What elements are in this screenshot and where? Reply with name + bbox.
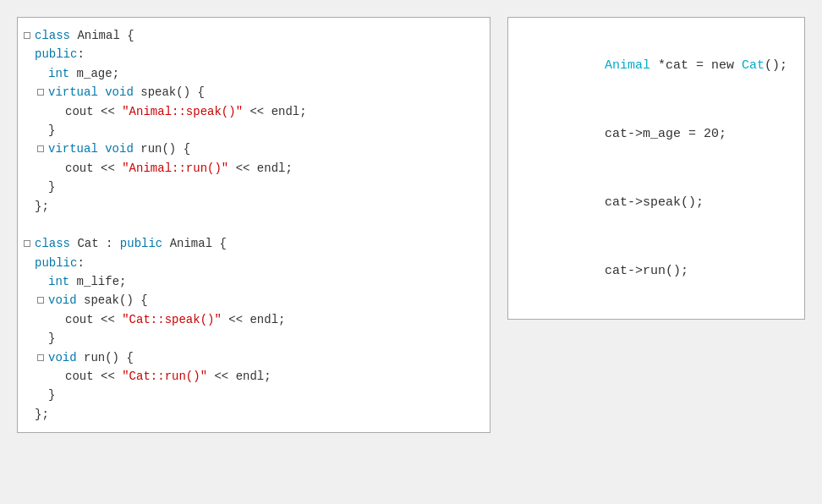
right-code-line: cat->run(); (525, 237, 787, 305)
line-content: int m_life; (48, 272, 126, 291)
line-content: } (48, 121, 55, 140)
gutter-marker (35, 145, 47, 152)
gutter-marker (21, 240, 33, 247)
line-content: } (48, 329, 55, 348)
line-content: cout << "Cat::speak()" << endl; (65, 310, 285, 329)
code-line: cout << "Cat::run()" << endl; (18, 367, 481, 386)
right-code-line: cat->m_age = 20; (525, 100, 787, 168)
code-line: class Animal { (18, 26, 481, 45)
line-content: public: (35, 254, 85, 272)
line-content: Animal *cat = new Cat(); (529, 31, 787, 100)
code-line: class Cat : public Animal { (18, 234, 481, 253)
line-content: cat->m_age = 20; (529, 100, 726, 168)
right-code-panel: Animal *cat = new Cat(); cat->m_age = 20… (507, 17, 805, 320)
code-line: } (18, 386, 481, 404)
line-content: int m_age; (48, 64, 119, 83)
code-line: }; (18, 197, 481, 216)
line-content: }; (35, 197, 49, 216)
code-line: int m_life; (18, 272, 481, 291)
code-line: int m_age; (18, 64, 481, 83)
left-code-panel: class Animal { public: int m_age; virtua… (17, 17, 490, 433)
line-content: } (48, 386, 55, 404)
line-content: class Animal { (35, 26, 134, 45)
line-content: cout << "Animal::run()" << endl; (65, 159, 293, 178)
code-line: } (18, 121, 481, 140)
code-line: virtual void speak() { (18, 83, 481, 101)
line-content: class Cat : public Animal { (35, 234, 227, 253)
code-line: }; (18, 405, 481, 424)
right-code-line: cat->speak(); (525, 168, 787, 237)
code-line: } (18, 329, 481, 348)
code-line: } (18, 178, 481, 196)
gutter-marker (21, 32, 33, 39)
gutter-marker (35, 354, 47, 361)
line-content: cout << "Cat::run()" << endl; (65, 367, 271, 386)
code-block-right: Animal *cat = new Cat(); cat->m_age = 20… (525, 31, 787, 305)
line-content: }; (35, 405, 49, 424)
line-content: virtual void run() { (48, 140, 190, 158)
code-line: void run() { (18, 348, 481, 367)
code-line: public: (18, 45, 481, 63)
code-line: virtual void run() { (18, 140, 481, 158)
line-content: } (48, 178, 55, 196)
line-content: cout << "Animal::speak()" << endl; (65, 102, 307, 121)
line-content: cat->run(); (529, 237, 688, 305)
line-content: void run() { (48, 348, 134, 367)
gutter-marker (35, 89, 47, 96)
code-line: void speak() { (18, 291, 481, 310)
code-line (18, 216, 481, 234)
code-line: cout << "Animal::speak()" << endl; (18, 102, 481, 121)
code-line: public: (18, 254, 481, 272)
line-content: cat->speak(); (529, 168, 704, 237)
code-block-left: class Animal { public: int m_age; virtua… (18, 26, 481, 424)
line-content: public: (35, 45, 85, 63)
line-content (35, 216, 41, 234)
code-line: cout << "Cat::speak()" << endl; (18, 310, 481, 329)
right-code-line: Animal *cat = new Cat(); (525, 31, 787, 100)
line-content: void speak() { (48, 291, 148, 310)
main-container: class Animal { public: int m_age; virtua… (0, 0, 822, 504)
line-content: virtual void speak() { (48, 83, 205, 101)
code-line: cout << "Animal::run()" << endl; (18, 159, 481, 178)
gutter-marker (35, 297, 47, 304)
